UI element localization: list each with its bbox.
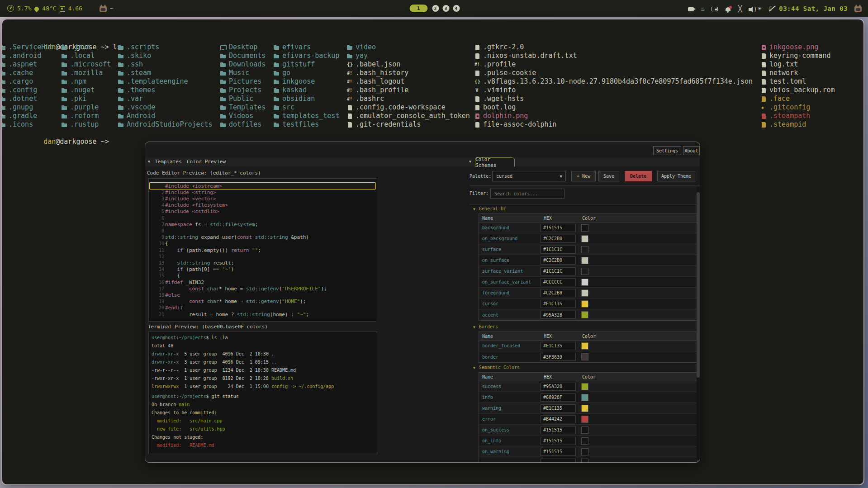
flame-tray-icon[interactable]: ♨	[701, 5, 704, 12]
color-swatch[interactable]	[581, 448, 588, 455]
filter-input[interactable]	[490, 189, 564, 199]
color-swatch[interactable]	[581, 300, 588, 308]
hex-input[interactable]	[541, 404, 576, 412]
left-pane-menu-icon[interactable]: ▼	[148, 160, 150, 164]
hex-input[interactable]	[541, 311, 576, 319]
pointer-disabled-icon[interactable]: ╳	[738, 5, 742, 12]
color-swatch[interactable]	[581, 268, 588, 275]
color-swatch[interactable]	[581, 235, 588, 242]
entry-name: Music	[229, 69, 249, 77]
color-swatch[interactable]	[581, 311, 588, 318]
color-swatch[interactable]	[581, 416, 588, 423]
color-swatch[interactable]	[581, 437, 588, 445]
file-entry: .viminfo	[474, 86, 516, 95]
color-swatch[interactable]	[581, 353, 588, 360]
terminal-app-icon[interactable]	[100, 6, 107, 12]
color-swatch[interactable]	[581, 289, 588, 297]
color-swatch[interactable]	[581, 383, 588, 390]
hex-input[interactable]	[541, 256, 576, 265]
night-light-icon[interactable]: ☾	[768, 5, 772, 12]
entry-name: templates_test	[282, 112, 339, 120]
color-swatch[interactable]	[581, 257, 588, 264]
new-button[interactable]: + New	[571, 171, 596, 181]
file-entry: .babel.json	[347, 60, 400, 69]
folder-icon	[1, 104, 6, 111]
color-swatch[interactable]	[581, 342, 588, 350]
workspace-2[interactable]: 2	[432, 5, 439, 12]
code-line: 2#include <string>	[149, 190, 377, 196]
about-button[interactable]: About	[683, 146, 700, 155]
hex-input[interactable]	[541, 342, 576, 350]
color-name: on_surface_variant	[479, 280, 541, 284]
section-header[interactable]: ▼General UI	[473, 206, 506, 211]
dir-entry: Projects	[220, 86, 261, 95]
tab-color-preview[interactable]: Color Preview	[187, 159, 226, 165]
hex-input[interactable]	[541, 383, 576, 391]
tab-color-schemes[interactable]: Color Schemes	[475, 157, 515, 167]
color-name: on_background	[479, 236, 541, 241]
scrollbar-handle[interactable]	[697, 192, 700, 378]
hex-input[interactable]	[541, 300, 576, 308]
file-entry: .v8flags.13.6.233.10-node.27.9180b4da3f0…	[474, 77, 753, 86]
speaker-icon[interactable]	[749, 8, 751, 11]
color-swatch[interactable]	[581, 279, 588, 286]
folder-icon	[220, 96, 227, 102]
hex-input[interactable]	[541, 448, 576, 456]
entry-name: .var	[127, 95, 143, 103]
hex-input[interactable]	[541, 235, 576, 243]
hex-input[interactable]	[541, 289, 576, 297]
hex-input[interactable]	[541, 426, 576, 434]
hex-input[interactable]	[541, 415, 576, 423]
palette-combo[interactable]: cursed ▼	[492, 171, 566, 181]
hex-input[interactable]	[541, 437, 576, 445]
dir-entry: .cache	[1, 69, 33, 77]
clock[interactable]: 03:44 Sat, Jan 03	[779, 5, 848, 12]
color-swatch[interactable]	[581, 394, 588, 401]
section-header[interactable]: ▼Borders	[473, 324, 498, 329]
hex-input[interactable]	[541, 224, 576, 232]
entry-name: Downloads	[229, 60, 266, 69]
hex-input[interactable]	[541, 246, 576, 254]
tray-cat-icon[interactable]	[854, 6, 862, 12]
entry-name: .pki	[70, 95, 86, 103]
code-editor-preview[interactable]: #include <iostream>2#include <string>3#i…	[148, 178, 377, 322]
right-pane-menu-icon[interactable]: ▼	[469, 160, 471, 164]
dir-entry: obsidian	[274, 95, 315, 103]
entry-name: test.toml	[769, 77, 806, 86]
file-entry: .wget-hsts	[474, 95, 524, 103]
hex-input[interactable]	[541, 267, 576, 275]
delete-button[interactable]: Delete	[625, 171, 652, 181]
entry-name: .pulse-cookie	[483, 69, 536, 77]
hex-input[interactable]	[541, 278, 576, 286]
color-swatch[interactable]	[581, 224, 588, 232]
workspace-4[interactable]: 4	[453, 5, 460, 12]
applytheme-button[interactable]: Apply Theme	[657, 171, 695, 181]
dir-entry: testfiles	[274, 120, 319, 129]
code-line: 20#endif	[149, 305, 377, 311]
file-entry: .bash_logout	[347, 77, 404, 86]
color-row: surface	[479, 244, 697, 255]
color-swatch[interactable]	[581, 426, 588, 434]
screen-record-icon[interactable]	[688, 7, 694, 11]
workspace-active[interactable]: 1	[408, 4, 428, 13]
brightness-icon[interactable]: ☀	[758, 5, 761, 12]
terminal-preview[interactable]: user@host:~/projects$ ls -latotal 48drwx…	[148, 332, 377, 454]
hex-input[interactable]	[541, 393, 576, 402]
hex-input[interactable]	[541, 353, 576, 361]
color-swatch[interactable]	[581, 405, 588, 412]
color-swatch[interactable]	[581, 459, 588, 463]
section-header[interactable]: ▼Semantic Colors	[473, 365, 520, 370]
tab-templates[interactable]: Templates	[155, 159, 182, 165]
bell-icon[interactable]	[726, 7, 730, 11]
terminal-line: -rwxr-xr-x 1 user group 8192 Dec 2 10:28…	[152, 375, 293, 382]
scrollbar[interactable]	[697, 187, 700, 460]
hex-input[interactable]	[541, 459, 576, 463]
color-swatch[interactable]	[581, 246, 588, 253]
entry-name: .skiko	[127, 52, 151, 60]
workspace-3[interactable]: 3	[442, 5, 449, 12]
settings-button[interactable]: Settings	[653, 146, 681, 155]
screen-lock-icon[interactable]	[711, 7, 718, 11]
entry-name: kaskad	[282, 86, 307, 95]
save-button[interactable]: Save	[598, 171, 619, 181]
filter-label: Filter:	[470, 191, 489, 196]
